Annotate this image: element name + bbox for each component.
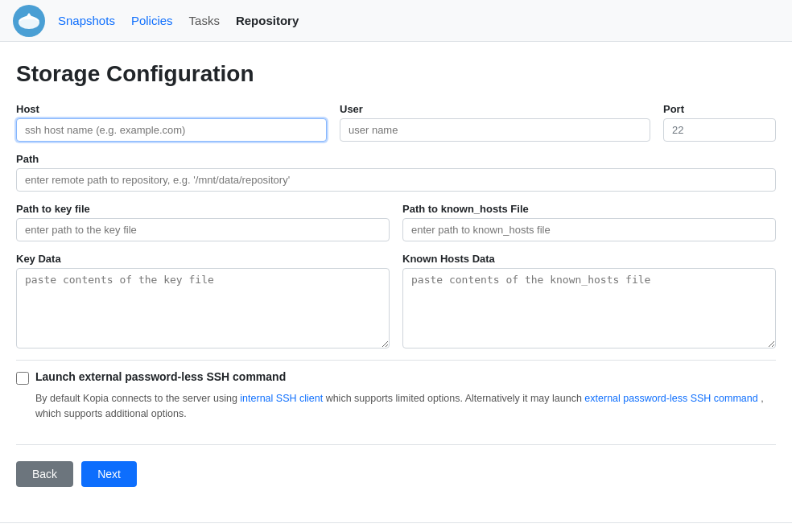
button-row: Back Next [16, 444, 776, 503]
launch-ssh-label[interactable]: Launch external password-less SSH comman… [35, 370, 286, 383]
path-group: Path [16, 153, 776, 192]
footer: Version v0.8.4 built on Monday, April 26… [0, 522, 792, 533]
known-hosts-file-input[interactable] [402, 218, 776, 241]
key-data-label: Key Data [16, 253, 390, 265]
known-hosts-data-group: Known Hosts Data [402, 253, 776, 348]
key-knownhosts-row: Path to key file Path to known_hosts Fil… [16, 203, 776, 241]
host-label: Host [16, 103, 327, 115]
main-content: Storage Configuration Host User Port Pat… [0, 42, 792, 522]
user-group: User [340, 103, 650, 142]
user-label: User [340, 103, 650, 115]
nav-tasks[interactable]: Tasks [189, 14, 220, 27]
port-input[interactable] [663, 118, 776, 142]
nav-policies[interactable]: Policies [131, 14, 173, 27]
external-ssh-link[interactable]: external password-less SSH command [584, 393, 757, 404]
nav-repository[interactable]: Repository [236, 14, 299, 27]
user-input[interactable] [340, 118, 650, 142]
nav-links: Snapshots Policies Tasks Repository [58, 14, 299, 27]
known-hosts-file-group: Path to known_hosts File [402, 203, 776, 241]
host-group: Host [16, 103, 327, 142]
host-user-port-row: Host User Port [16, 103, 776, 142]
app-logo[interactable] [13, 5, 45, 37]
key-data-row: Key Data Known Hosts Data [16, 253, 776, 348]
known-hosts-data-input[interactable] [402, 268, 776, 348]
next-button[interactable]: Next [81, 461, 137, 487]
path-row: Path [16, 153, 776, 192]
nav-snapshots[interactable]: Snapshots [58, 14, 115, 27]
port-label: Port [663, 103, 776, 115]
key-file-input[interactable] [16, 218, 390, 241]
key-data-input[interactable] [16, 268, 390, 348]
back-button[interactable]: Back [16, 461, 73, 487]
known-hosts-file-label: Path to known_hosts File [402, 203, 776, 215]
path-input[interactable] [16, 168, 776, 192]
internal-ssh-link[interactable]: internal SSH client [240, 393, 323, 404]
host-input[interactable] [16, 118, 327, 142]
navbar: Snapshots Policies Tasks Repository [0, 0, 792, 42]
launch-ssh-description: By default Kopia connects to the server … [35, 391, 776, 422]
launch-ssh-checkbox[interactable] [16, 372, 29, 385]
key-file-label: Path to key file [16, 203, 390, 215]
key-file-group: Path to key file [16, 203, 390, 241]
port-group: Port [663, 103, 776, 142]
desc-text-1: By default Kopia connects to the server … [35, 393, 237, 404]
key-data-group: Key Data [16, 253, 390, 348]
desc-text-2: which supports limited options. Alternat… [326, 393, 582, 404]
path-label: Path [16, 153, 776, 165]
launch-ssh-row: Launch external password-less SSH comman… [16, 370, 776, 386]
ssh-checkbox-section: Launch external password-less SSH comman… [16, 360, 776, 431]
known-hosts-data-label: Known Hosts Data [402, 253, 776, 265]
page-title: Storage Configuration [16, 61, 776, 87]
